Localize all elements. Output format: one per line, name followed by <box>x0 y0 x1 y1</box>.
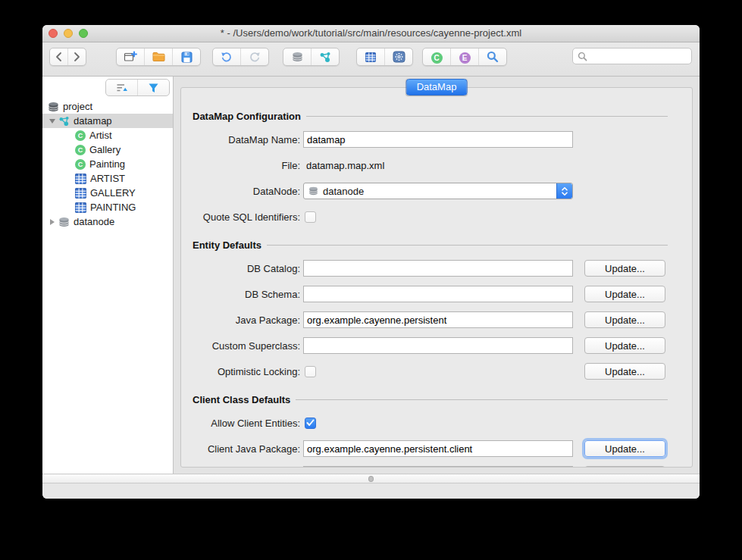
tree-item-label: datamap <box>74 115 112 127</box>
new-project-button[interactable] <box>117 48 144 65</box>
folder-icon <box>152 52 165 62</box>
select-value: datanode <box>323 186 364 197</box>
field-control: datanode <box>303 183 573 199</box>
sort-icon <box>116 83 128 93</box>
chevron-left-icon <box>55 51 63 63</box>
tab-datamap[interactable]: DataMap <box>406 79 468 95</box>
table-icon <box>75 174 86 184</box>
update-button[interactable]: Update... <box>584 337 665 354</box>
update-button[interactable]: Update... <box>584 286 665 302</box>
chevron-right-icon <box>73 51 81 63</box>
text-field[interactable] <box>303 260 573 277</box>
tree-item-gallery[interactable]: GALLERY <box>42 186 173 200</box>
query-icon <box>487 51 499 63</box>
field-label: DB Schema: <box>193 289 303 300</box>
section-title: DataMap Configuration <box>193 111 301 122</box>
form-row: DataMap Name: <box>193 131 692 148</box>
project-tree-panel: projectdatamapCArtistCGalleryCPaintingAR… <box>42 77 174 474</box>
undo-button[interactable] <box>213 48 240 65</box>
back-button[interactable] <box>50 48 67 65</box>
update-button[interactable]: Update... <box>584 466 665 468</box>
table-icon <box>75 202 86 213</box>
update-button[interactable]: Update... <box>584 440 665 457</box>
expander-down-icon[interactable] <box>46 119 58 124</box>
section-divider <box>306 116 668 117</box>
field-control <box>303 366 573 377</box>
create-procedure-button[interactable] <box>384 48 412 65</box>
create-dbentity-button[interactable] <box>357 48 384 65</box>
checkbox-unchecked[interactable] <box>305 366 316 377</box>
update-button[interactable]: Update... <box>584 260 665 277</box>
update-button[interactable]: Update... <box>584 363 665 380</box>
forward-button[interactable] <box>67 48 86 65</box>
tree-item-gallery[interactable]: CGallery <box>42 142 173 157</box>
field-control <box>303 337 573 354</box>
field-label: Client Java Package: <box>193 443 303 455</box>
select-stepper-icon[interactable] <box>556 183 572 199</box>
horizontal-splitter[interactable] <box>42 474 700 483</box>
toolbar-group <box>356 48 413 66</box>
update-button[interactable]: Update... <box>584 311 665 328</box>
app-window: * - /Users/demo/work/tutorial/src/main/r… <box>42 25 700 499</box>
section-title: Entity Defaults <box>193 239 261 251</box>
tree-item-label: GALLERY <box>90 187 136 199</box>
tree-item-label: PAINTING <box>90 202 136 213</box>
embeddable-icon: E <box>459 50 471 64</box>
create-datanode-button[interactable] <box>283 48 311 65</box>
text-field[interactable] <box>303 131 573 148</box>
tree-item-artist[interactable]: ARTIST <box>42 171 173 186</box>
text-field[interactable] <box>303 311 573 328</box>
toolbar: CE <box>42 42 700 77</box>
text-field[interactable] <box>303 440 573 457</box>
tree-item-datamap[interactable]: datamap <box>42 114 173 128</box>
expander-right-icon[interactable] <box>46 219 58 225</box>
project-tree: projectdatamapCArtistCGalleryCPaintingAR… <box>42 99 173 229</box>
filter-icon <box>148 83 159 93</box>
text-field[interactable] <box>303 286 573 302</box>
create-embeddable-button[interactable]: E <box>450 48 478 65</box>
desktop-background: * - /Users/demo/work/tutorial/src/main/r… <box>0 0 742 560</box>
create-objentity-button[interactable]: C <box>423 48 450 65</box>
section-header: Entity Defaults <box>193 239 668 251</box>
tree-button-group <box>105 79 170 96</box>
text-field[interactable] <box>303 337 573 354</box>
sort-button[interactable] <box>106 80 137 95</box>
checkbox-unchecked[interactable] <box>305 211 316 223</box>
toolbar-group <box>116 48 201 66</box>
tree-item-painting[interactable]: PAINTING <box>42 200 173 214</box>
create-query-button[interactable] <box>478 48 506 65</box>
window-title: * - /Users/demo/work/tutorial/src/main/r… <box>42 25 700 42</box>
section-header: DataMap Configuration <box>193 111 668 122</box>
form-row: DB Catalog:Update... <box>193 260 692 277</box>
field-control <box>303 440 573 457</box>
section-divider <box>296 399 668 400</box>
tree-item-datanode[interactable]: datanode <box>42 214 173 229</box>
open-project-button[interactable] <box>144 48 172 65</box>
toolbar-group: CE <box>422 48 507 66</box>
datanode-icon <box>308 186 318 196</box>
filter-button[interactable] <box>137 80 169 95</box>
splitter-grip-icon <box>368 476 374 482</box>
toolbar-group <box>283 48 340 66</box>
field-control <box>303 311 573 328</box>
tree-item-painting[interactable]: CPainting <box>42 157 173 171</box>
field-control <box>303 260 573 277</box>
tree-item-label: ARTIST <box>90 173 125 184</box>
save-button[interactable] <box>172 48 200 65</box>
datamap-icon <box>319 52 331 63</box>
field-label: File: <box>193 160 303 171</box>
create-datamap-button[interactable] <box>311 48 339 65</box>
tree-item-label: Gallery <box>89 144 121 155</box>
titlebar: * - /Users/demo/work/tutorial/src/main/r… <box>42 25 700 42</box>
search-input[interactable] <box>590 50 687 63</box>
datanode-select[interactable]: datanode <box>303 183 573 199</box>
tree-item-label: project <box>63 101 92 112</box>
tree-item-artist[interactable]: CArtist <box>42 128 173 142</box>
toolbar-search-field[interactable] <box>572 48 692 64</box>
checkbox-checked[interactable] <box>305 418 316 429</box>
objentity-icon: C <box>75 130 86 141</box>
text-field[interactable] <box>303 466 573 468</box>
section-divider <box>267 245 668 246</box>
gear-icon <box>393 51 405 63</box>
tree-item-project[interactable]: project <box>42 99 173 114</box>
